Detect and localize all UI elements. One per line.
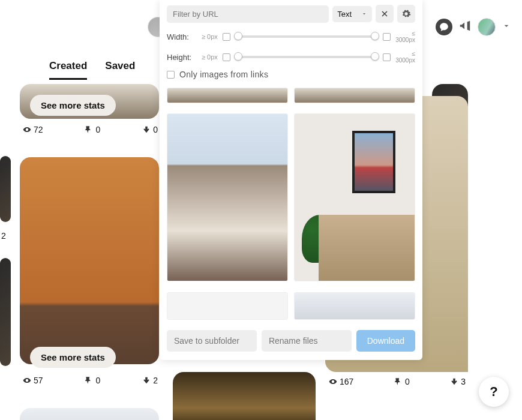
slider-knob-max[interactable] — [371, 32, 379, 40]
stat-clicks: 2 — [1, 231, 6, 241]
profile-tabs: Created Saved — [49, 60, 135, 80]
stat-clicks: 3 — [461, 377, 466, 386]
modal-image-grid — [160, 88, 422, 324]
stat-pins: 0 — [405, 377, 410, 386]
tab-saved[interactable]: Saved — [105, 60, 135, 80]
image-downloader-modal: Text Width: ≥ 0px ≤3000px Height: ≥ 0px — [160, 0, 422, 360]
see-more-stats-button[interactable]: See more stats — [30, 347, 116, 368]
pin-stats-row: 167 0 3 — [329, 377, 466, 386]
image-cell[interactable] — [167, 292, 288, 320]
image-cell[interactable] — [294, 88, 415, 103]
image-cell[interactable] — [294, 292, 415, 320]
click-icon — [142, 125, 151, 134]
stat-pins: 0 — [95, 376, 100, 385]
rename-files-button[interactable]: Rename files — [262, 330, 352, 352]
width-min-label: ≥ 0px — [202, 33, 218, 40]
click-icon — [142, 376, 151, 385]
select-label: Text — [337, 10, 352, 19]
see-more-stats-button[interactable]: See more stats — [30, 95, 116, 116]
height-slider[interactable] — [235, 56, 378, 58]
image-cell[interactable] — [167, 113, 288, 281]
only-links-row: Only images from links — [167, 70, 415, 79]
pin-icon — [85, 125, 93, 134]
pin-thumbnail[interactable] — [0, 258, 11, 366]
width-label: Width: — [167, 32, 197, 41]
height-min-checkbox[interactable] — [223, 53, 230, 61]
click-icon — [450, 377, 458, 386]
modal-controls: Text Width: ≥ 0px ≤3000px Height: ≥ 0px — [160, 0, 422, 83]
close-icon[interactable] — [376, 5, 394, 23]
width-max-checkbox[interactable] — [383, 33, 391, 41]
help-button[interactable]: ? — [479, 377, 509, 407]
modal-actions: Save to subfolder Rename files Download — [160, 324, 422, 360]
chevron-down-icon[interactable] — [502, 21, 511, 33]
only-links-checkbox[interactable] — [167, 71, 175, 79]
eye-icon — [23, 376, 31, 385]
stat-views: 72 — [34, 125, 43, 134]
megaphone-icon[interactable] — [458, 19, 472, 35]
filter-url-input[interactable] — [167, 5, 329, 23]
stat-pins: 0 — [95, 125, 100, 134]
height-min-label: ≥ 0px — [202, 53, 218, 61]
only-links-label: Only images from links — [179, 70, 268, 79]
height-max-label: ≤3000px — [395, 50, 415, 64]
height-filter-row: Height: ≥ 0px ≤3000px — [167, 50, 415, 64]
image-cell[interactable] — [167, 88, 288, 103]
slider-knob-max[interactable] — [371, 52, 379, 61]
pin-thumbnail[interactable] — [173, 372, 316, 420]
eye-icon — [23, 125, 31, 134]
stat-views: 57 — [34, 376, 43, 385]
filter-type-select[interactable]: Text — [332, 6, 372, 22]
pin-stats-row: 72 0 0 — [23, 125, 158, 134]
stat-clicks: 0 — [153, 125, 158, 134]
tab-created[interactable]: Created — [49, 60, 87, 80]
download-button[interactable]: Download — [356, 330, 415, 352]
pin-stats-row: 57 0 2 — [23, 376, 158, 385]
save-subfolder-button[interactable]: Save to subfolder — [167, 330, 257, 352]
width-slider[interactable] — [235, 35, 378, 38]
pin-thumbnail[interactable] — [0, 156, 11, 222]
gear-icon[interactable] — [397, 5, 415, 23]
image-cell[interactable] — [294, 113, 415, 281]
slider-knob-min[interactable] — [234, 52, 242, 61]
pin-icon — [85, 376, 93, 385]
header-actions — [436, 18, 511, 36]
width-max-label: ≤3000px — [395, 30, 415, 43]
height-max-checkbox[interactable] — [383, 53, 391, 61]
pin-thumbnail[interactable] — [20, 157, 159, 364]
chat-icon[interactable] — [436, 19, 452, 35]
chevron-down-icon — [361, 11, 367, 17]
pin-thumbnail[interactable] — [20, 408, 159, 420]
height-label: Height: — [167, 53, 197, 62]
eye-icon — [329, 377, 337, 386]
width-filter-row: Width: ≥ 0px ≤3000px — [167, 30, 415, 43]
pin-icon — [394, 377, 403, 386]
stat-views: 167 — [340, 377, 353, 386]
width-min-checkbox[interactable] — [223, 33, 230, 41]
stat-clicks: 2 — [153, 376, 158, 385]
avatar[interactable] — [478, 18, 496, 36]
slider-knob-min[interactable] — [234, 32, 242, 40]
